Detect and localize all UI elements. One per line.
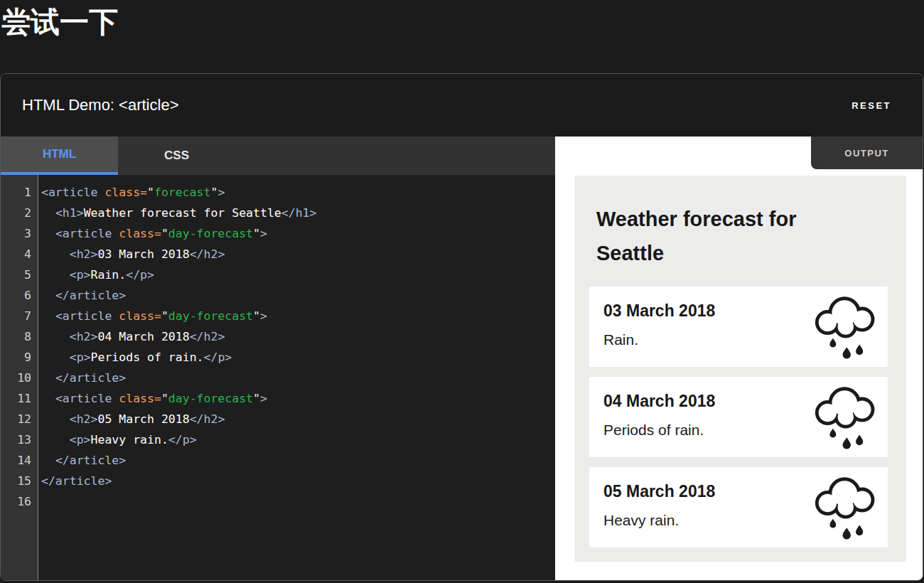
forecast-card-list: 03 March 2018 Rain. 04 March 2018 [589,287,888,547]
card-date: 04 March 2018 [603,391,802,412]
line-number: 11 [1,388,38,409]
editor-column: HTML CSS 12345678910111213141516 <articl… [1,137,555,580]
code-line: </article> [41,471,316,491]
line-number: 9 [1,347,38,368]
code-line: <p>Rain.</p> [41,264,316,285]
rain-cloud-icon [812,385,881,451]
card-date: 05 March 2018 [603,481,802,503]
code-line: <h2>05 March 2018</h2> [41,409,316,429]
forecast-panel: Weather forecast for Seattle 03 March 20… [575,176,906,562]
code-line: <p>Heavy rain.</p> [41,429,316,450]
line-number: 6 [1,285,38,306]
code-line [41,491,316,512]
line-number: 2 [1,203,38,223]
code-line: <p>Periods of rain.</p> [41,347,316,368]
forecast-card: 05 March 2018 Heavy rain. [589,467,888,547]
line-number: 16 [1,491,38,512]
line-number-gutter: 12345678910111213141516 [1,175,38,580]
card-desc: Periods of rain. [603,420,802,439]
line-number: 13 [1,429,38,450]
tab-html[interactable]: HTML [1,137,118,175]
code-line: <article class="day-forecast"> [41,223,316,244]
code-line: <article class="day-forecast"> [41,388,316,409]
line-number: 5 [1,264,38,285]
rain-cloud-icon [812,295,881,360]
code-line: </article> [41,368,316,388]
output-tab-label: OUTPUT [811,137,923,169]
line-number: 1 [1,182,38,203]
interactive-example-container: HTML Demo: <article> RESET HTML CSS 1234… [0,73,923,581]
code-line: <h2>04 March 2018</h2> [41,326,316,347]
line-number: 7 [1,306,38,326]
line-number: 8 [1,326,38,347]
line-number: 12 [1,409,38,429]
forecast-card: 03 March 2018 Rain. [589,287,888,367]
card-desc: Rain. [603,330,802,349]
card-desc: Heavy rain. [603,510,802,530]
tab-css[interactable]: CSS [118,137,235,175]
line-number: 4 [1,244,38,264]
reset-button[interactable]: RESET [852,100,891,111]
code-editor[interactable]: 12345678910111213141516 <article class="… [1,175,555,580]
demo-body: HTML CSS 12345678910111213141516 <articl… [1,137,923,580]
code-line: <article class="forecast"> [41,182,316,203]
rain-cloud-icon [812,476,881,541]
card-date: 03 March 2018 [603,301,802,322]
code-line: <h2>03 March 2018</h2> [41,244,316,264]
code-line: <article class="day-forecast"> [41,306,316,326]
code-line: </article> [41,450,316,471]
code-lines: <article class="forecast"> <h1>Weather f… [38,182,316,580]
page-title: 尝试一下 [0,0,924,73]
line-number: 14 [1,450,38,471]
demo-title: HTML Demo: <article> [22,96,178,114]
line-number: 15 [1,471,38,491]
editor-tabbar: HTML CSS [1,137,555,175]
line-number: 10 [1,368,38,388]
line-number: 3 [1,223,38,244]
forecast-card: 04 March 2018 Periods of rain. [589,377,888,457]
forecast-heading: Weather forecast for Seattle [596,203,845,271]
code-line: <h1>Weather forecast for Seattle</h1> [41,203,316,223]
demo-header: HTML Demo: <article> RESET [1,74,923,137]
output-panel: OUTPUT Weather forecast for Seattle 03 M… [555,137,923,580]
code-line: </article> [41,285,316,306]
